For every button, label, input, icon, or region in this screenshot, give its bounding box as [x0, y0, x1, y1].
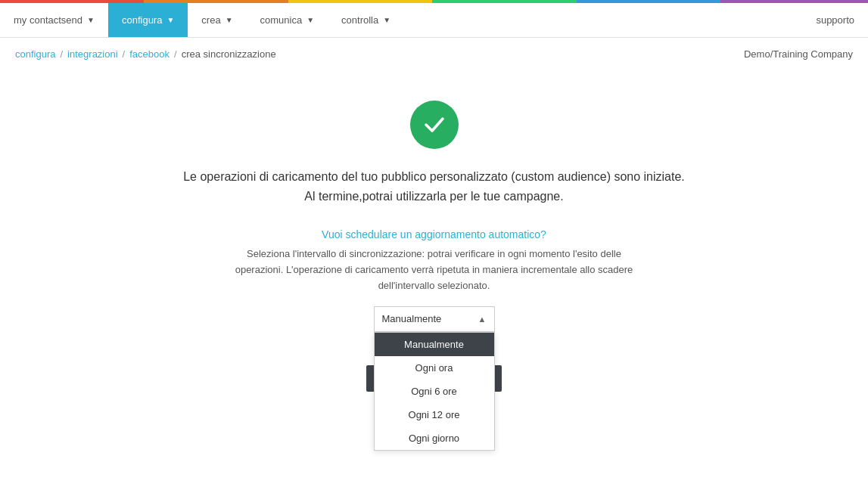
nav-item-supporto[interactable]: supporto: [802, 3, 868, 37]
company-name: Demo/Training Company: [744, 48, 853, 60]
breadcrumb: configura / integrazioni / facebook / cr…: [15, 48, 276, 60]
sync-interval-trigger[interactable]: Manualmente ▲: [374, 306, 495, 332]
option-ogni-12-ore[interactable]: Ogni 12 ore: [375, 403, 494, 426]
option-ogni-6-ore[interactable]: Ogni 6 ore: [375, 380, 494, 403]
caret-icon: ▼: [226, 16, 233, 24]
success-icon: [410, 101, 459, 149]
nav-item-controlla[interactable]: controlla ▼: [328, 3, 404, 37]
nav-item-configura[interactable]: configura ▼: [108, 3, 188, 37]
sync-interval-dropdown-wrapper: Manualmente ▲ Manualmente Ogni ora Ogni …: [374, 306, 495, 332]
breadcrumb-integrazioni[interactable]: integrazioni: [67, 48, 118, 60]
dropdown-arrow-icon: ▲: [478, 315, 487, 324]
option-ogni-ora[interactable]: Ogni ora: [375, 356, 494, 380]
caret-icon: ▼: [166, 16, 174, 24]
nav-item-crea[interactable]: crea ▼: [188, 3, 246, 37]
caret-icon: ▼: [306, 16, 314, 24]
breadcrumb-sep-2: /: [123, 48, 126, 60]
breadcrumb-bar: configura / integrazioni / facebook / cr…: [0, 38, 868, 70]
breadcrumb-sep-3: /: [174, 48, 177, 60]
sync-interval-menu: Manualmente Ogni ora Ogni 6 ore Ogni 12 …: [374, 332, 495, 451]
main-content: Le operazioni di caricamento del tuo pub…: [0, 70, 868, 407]
schedule-section: Vuoi schedulare un aggiornamento automat…: [222, 228, 646, 331]
success-text: Le operazioni di caricamento del tuo pub…: [183, 167, 685, 206]
breadcrumb-sep-1: /: [60, 48, 63, 60]
nav-item-my-contactsend[interactable]: my contactsend ▼: [0, 3, 108, 37]
schedule-question: Vuoi schedulare un aggiornamento automat…: [222, 228, 646, 240]
caret-icon: ▼: [383, 16, 390, 24]
nav-item-comunica[interactable]: comunica ▼: [247, 3, 328, 37]
main-nav: my contactsend ▼ configura ▼ crea ▼ comu…: [0, 3, 868, 38]
breadcrumb-configura[interactable]: configura: [15, 48, 55, 60]
option-manualmente[interactable]: Manualmente: [375, 333, 494, 356]
schedule-description: Seleziona l'intervallo di sincronizzazio…: [222, 247, 646, 293]
breadcrumb-facebook[interactable]: facebook: [129, 48, 170, 60]
option-ogni-giorno[interactable]: Ogni giorno: [375, 426, 494, 450]
breadcrumb-current: crea sincronizzazione: [182, 48, 276, 60]
sync-interval-selected-label: Manualmente: [382, 313, 442, 324]
caret-icon: ▼: [87, 16, 95, 24]
